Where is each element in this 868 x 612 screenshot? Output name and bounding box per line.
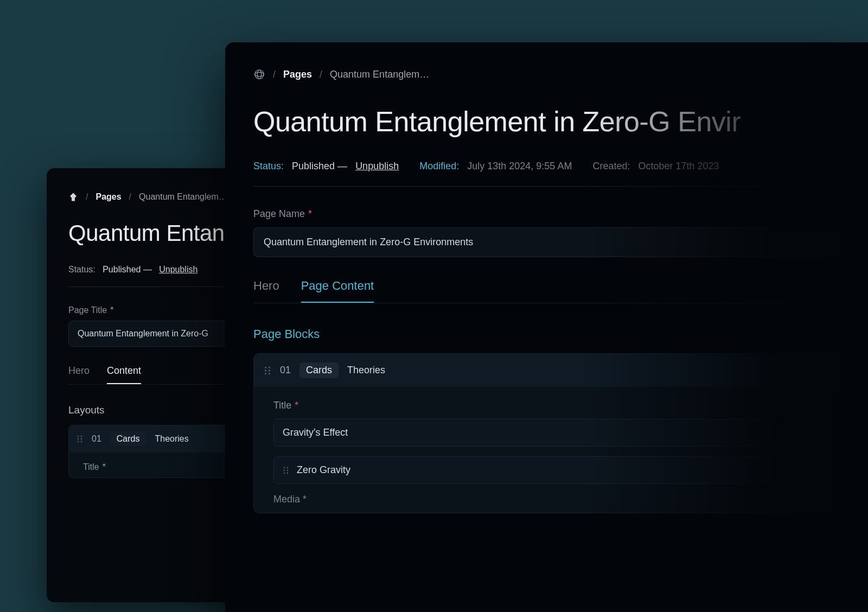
breadcrumb-root[interactable]: Pages (95, 192, 121, 202)
drag-handle-icon[interactable] (76, 435, 83, 443)
status-label: Status: (68, 265, 95, 274)
block-type-chip: Cards (110, 432, 146, 446)
unpublish-link[interactable]: Unpublish (159, 265, 197, 274)
section-heading-page-blocks: Page Blocks (253, 327, 848, 341)
breadcrumb-sep: / (273, 69, 276, 80)
block-name: Theories (155, 434, 188, 444)
required-marker: * (308, 208, 312, 220)
tab-page-content[interactable]: Page Content (301, 279, 374, 303)
block-type-chip: Cards (299, 362, 339, 378)
page-title: Quantum Entanglement in Zero-G Envir (253, 105, 848, 138)
created-value: October 17th 2023 (638, 161, 719, 171)
block-item-row[interactable]: Zero Gravity (273, 456, 828, 484)
block-name: Theories (347, 365, 385, 376)
modified-label: Modified: (419, 161, 459, 171)
breadcrumb-root[interactable]: Pages (283, 69, 312, 80)
breadcrumb-sep: / (86, 192, 88, 202)
svg-point-14 (269, 372, 270, 374)
svg-point-18 (287, 469, 289, 471)
status-value: Published — (103, 265, 152, 274)
svg-point-11 (265, 369, 266, 371)
svg-point-15 (284, 467, 285, 468)
page-name-input[interactable] (253, 227, 848, 257)
tab-content[interactable]: Content (107, 365, 141, 384)
breadcrumb-current: Quantum Entanglem… (330, 69, 429, 80)
block-card: 01 Cards Theories Title* Zero Gravity Me… (253, 353, 848, 513)
breadcrumb: / Pages / Quantum Entanglem… (253, 68, 848, 80)
svg-point-9 (265, 366, 266, 368)
tab-hero[interactable]: Hero (68, 365, 90, 384)
tab-hero[interactable]: Hero (253, 279, 279, 303)
status-label: Status: (253, 161, 284, 171)
modified-value: July 13th 2024, 9:55 AM (467, 161, 572, 171)
svg-point-5 (81, 441, 82, 443)
svg-point-8 (257, 70, 261, 79)
required-marker: * (103, 462, 106, 472)
svg-point-19 (284, 472, 285, 474)
block-title-input[interactable] (273, 419, 828, 447)
svg-point-12 (269, 369, 270, 371)
drag-handle-icon[interactable] (283, 466, 289, 475)
page-name-label: Page Name* (253, 208, 848, 220)
svg-point-3 (81, 438, 82, 440)
svg-point-0 (78, 436, 79, 437)
required-marker: * (295, 400, 298, 411)
svg-point-6 (255, 70, 264, 79)
drag-handle-icon[interactable] (264, 366, 271, 375)
svg-point-16 (287, 467, 289, 468)
svg-point-7 (255, 72, 264, 76)
app-logo-icon (68, 192, 78, 202)
svg-point-1 (81, 436, 82, 437)
svg-point-13 (265, 372, 266, 374)
breadcrumb-current: Quantum Entanglem… (139, 192, 227, 202)
block-body: Title* Zero Gravity Media * (254, 387, 847, 505)
unpublish-link[interactable]: Unpublish (355, 161, 399, 171)
block-title-label: Title* (273, 400, 828, 411)
svg-point-17 (284, 469, 285, 471)
block-header[interactable]: 01 Cards Theories (254, 354, 847, 387)
svg-point-4 (78, 441, 79, 443)
breadcrumb-sep: / (129, 192, 131, 202)
tabs: Hero Page Content (253, 279, 848, 303)
block-index: 01 (280, 365, 291, 376)
block-index: 01 (92, 434, 101, 444)
app-logo-icon (253, 68, 265, 80)
svg-point-10 (269, 366, 270, 368)
created-label: Created: (592, 161, 630, 171)
status-value: Published — (292, 161, 347, 171)
required-marker: * (110, 305, 113, 315)
media-label: Media * (273, 494, 828, 505)
block-item-value: Zero Gravity (297, 464, 350, 476)
svg-point-2 (78, 438, 79, 440)
status-row: Status: Published — Unpublish Modified: … (253, 161, 848, 187)
svg-point-20 (287, 472, 289, 474)
cms-editor-window-front: / Pages / Quantum Entanglem… Quantum Ent… (225, 42, 868, 612)
breadcrumb-sep: / (320, 69, 322, 80)
